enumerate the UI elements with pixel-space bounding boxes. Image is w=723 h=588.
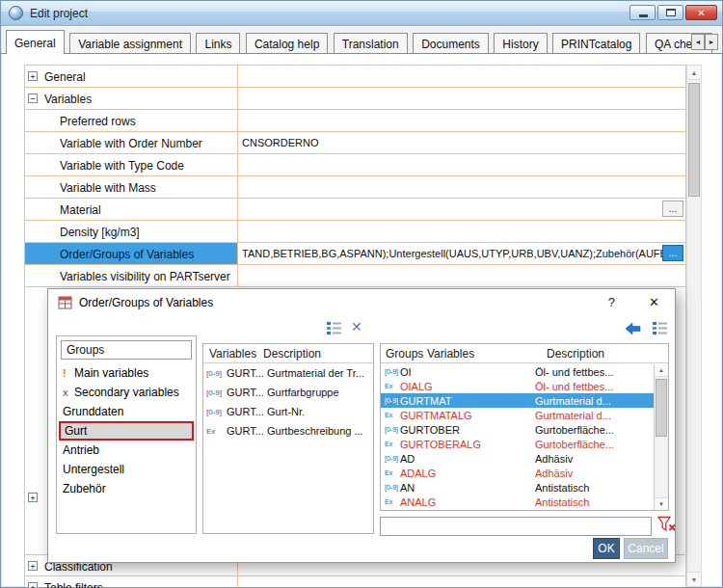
ok-button[interactable]: OK	[593, 538, 620, 559]
group-item-untergestell[interactable]: Untergestell	[57, 460, 196, 479]
dialog-title-bar[interactable]: Order/Groups of Variables ? ✕	[48, 289, 675, 316]
tab-variable-assignment[interactable]: Variable assignment	[69, 33, 191, 53]
cancel-button[interactable]: Cancel	[624, 538, 668, 559]
move-left-icon[interactable]	[625, 322, 641, 338]
scroll-up-icon[interactable]: ▲	[687, 66, 701, 80]
expander-icon[interactable]: −	[28, 94, 38, 103]
group-list-icon[interactable]	[652, 321, 668, 338]
selection-row-analg[interactable]: Ex ANALG Antistatisch	[381, 494, 654, 509]
panel-scrollbar[interactable]: ▲ ▼	[654, 364, 668, 510]
tab-links[interactable]: Links	[196, 33, 240, 53]
help-icon[interactable]: ?	[608, 295, 615, 309]
row-material[interactable]: Material ...	[25, 199, 685, 221]
assign-group-icon[interactable]	[326, 321, 342, 338]
column-header-groups: Groups	[386, 347, 423, 361]
variable-row[interactable]: [0-9] GURT... Gurt-Nr.	[203, 402, 373, 421]
expander-icon[interactable]: +	[28, 493, 38, 502]
group-item-grunddaten[interactable]: Grunddaten	[57, 402, 196, 421]
column-header-variables: Variables	[427, 347, 474, 361]
group-item-antrieb[interactable]: Antrieb	[57, 441, 196, 460]
row-order-groups-of-variables[interactable]: Order/Groups of Variables TAND,BETRIEB,B…	[25, 243, 685, 265]
filter-clear-icon[interactable]	[657, 516, 677, 536]
browse-button[interactable]: ...	[662, 200, 683, 217]
tab-documents[interactable]: Documents	[413, 33, 489, 53]
variable-row[interactable]: [0-9] GURT... Gurtfarbgruppe	[203, 383, 373, 402]
scroll-down-icon[interactable]: ▼	[655, 497, 668, 510]
numeric-variable-icon: [0-9]	[203, 388, 227, 397]
row-variable-with-order-number[interactable]: Variable with Order Number CNSORDERNO	[25, 132, 685, 154]
tab-catalog-help[interactable]: Catalog help	[246, 33, 328, 53]
tab-history[interactable]: History	[494, 33, 547, 53]
dialog-close-icon[interactable]: ✕	[649, 295, 659, 309]
row-variables-visibility-partserver[interactable]: Variables visibility on PARTserver	[25, 265, 685, 287]
variable-description: Gurt-Nr.	[263, 406, 373, 417]
scroll-thumb[interactable]	[688, 83, 700, 197]
selection-row-adalg[interactable]: Ex ADALG Adhäsiv	[381, 466, 654, 480]
row-variable-with-mass[interactable]: Variable with Mass	[25, 176, 685, 199]
variable-row[interactable]: [0-9] GURT... Gurtmaterial der Tr...	[203, 363, 373, 383]
variable-name: GURT...	[227, 406, 263, 417]
edit-project-window: Edit project ✕ General Variable assignme…	[0, 0, 723, 588]
selection-row-an[interactable]: [0-9] AN Antistatisch	[381, 480, 654, 494]
property-label: Preferred rows	[40, 110, 237, 131]
variable-name: AN	[400, 482, 535, 494]
group-item-main-variables[interactable]: !Main variables	[57, 363, 196, 383]
scroll-thumb[interactable]	[656, 379, 667, 437]
group-variables-panel: Variables Description [0-9] GURT... Gurt…	[202, 343, 374, 534]
expander-icon[interactable]: +	[28, 582, 38, 588]
row-variables[interactable]: − Variables	[25, 88, 685, 110]
expander-icon[interactable]: +	[28, 561, 38, 571]
selection-row-gurtmat[interactable]: [0-9] GURTMAT Gurtmaterial d...	[381, 393, 654, 408]
variable-name: ANALG	[400, 496, 535, 508]
tab-scroll-left-icon[interactable]: ◄	[691, 34, 705, 50]
variable-row[interactable]: Ex GURT... Gurtbeschreibung ...	[203, 421, 373, 441]
tab-translation[interactable]: Translation	[334, 33, 408, 53]
group-item-gurt[interactable]: Gurt	[59, 421, 194, 441]
tab-general[interactable]: General	[6, 30, 65, 54]
tab-scroll-buttons: ◄ ►	[691, 34, 718, 50]
close-button[interactable]: ✕	[685, 5, 717, 20]
variable-name: GURTMATALG	[400, 410, 535, 421]
selection-row-gurtober[interactable]: [0-9] GURTOBER Gurtoberfläche...	[381, 422, 654, 437]
group-item-secondary-variables[interactable]: xSecondary variables	[57, 383, 196, 402]
remove-icon[interactable]: ✕	[351, 319, 362, 334]
row-preferred-rows[interactable]: Preferred rows	[25, 110, 685, 132]
tab-printcatalog[interactable]: PRINTcatalog	[552, 33, 640, 53]
property-value	[237, 154, 685, 175]
filter-input[interactable]	[380, 517, 652, 536]
title-bar[interactable]: Edit project ✕	[1, 1, 722, 26]
row-table-filters[interactable]: + Table filters	[25, 576, 685, 588]
browse-button[interactable]: ...	[662, 245, 683, 261]
variable-name: OI	[400, 366, 535, 378]
selection-row-gurtmatalg[interactable]: Ex GURTMATALG Gurtmaterial d...	[381, 408, 654, 422]
tab-scroll-right-icon[interactable]: ►	[705, 34, 718, 50]
maximize-button[interactable]	[657, 5, 683, 20]
secondary-variables-icon: x	[63, 387, 74, 398]
window-title: Edit project	[30, 7, 88, 20]
variable-description: Adhäsiv	[535, 453, 654, 465]
property-value	[237, 176, 685, 198]
main-scrollbar[interactable]: ▲ ▼	[686, 65, 702, 587]
numeric-variable-icon: [0-9]	[381, 455, 400, 462]
row-density[interactable]: Density [kg/m3]	[25, 221, 685, 243]
selection-row-gurtoberalg[interactable]: Ex GURTOBERALG Gurtoberfläche...	[381, 437, 654, 451]
property-value	[237, 221, 685, 242]
app-icon	[9, 6, 23, 20]
row-general[interactable]: + General	[25, 66, 685, 88]
row-variable-with-type-code[interactable]: Variable with Type Code	[25, 154, 685, 176]
variable-description: Gurtmaterial der Tr...	[263, 367, 373, 379]
selection-row-ad[interactable]: [0-9] AD Adhäsiv	[381, 451, 654, 466]
scroll-up-icon[interactable]: ▲	[655, 364, 668, 377]
property-label: Variables visibility on PARTserver	[40, 265, 237, 286]
property-value	[237, 66, 685, 87]
selection-row-oialg[interactable]: Ex OIALG Öl- und fettbes...	[381, 379, 654, 393]
property-value	[237, 110, 685, 131]
minimize-button[interactable]	[629, 5, 656, 20]
expander-icon[interactable]: +	[28, 71, 38, 81]
property-value	[237, 265, 685, 286]
variable-description: Gurtoberfläche...	[535, 424, 654, 436]
group-item-zubehoer[interactable]: Zubehör	[57, 479, 196, 498]
variable-name: GURTOBER	[400, 424, 535, 436]
selection-row-oi[interactable]: [0-9] OI Öl- und fettbes...	[381, 364, 654, 379]
scroll-down-icon[interactable]: ▼	[687, 572, 701, 586]
